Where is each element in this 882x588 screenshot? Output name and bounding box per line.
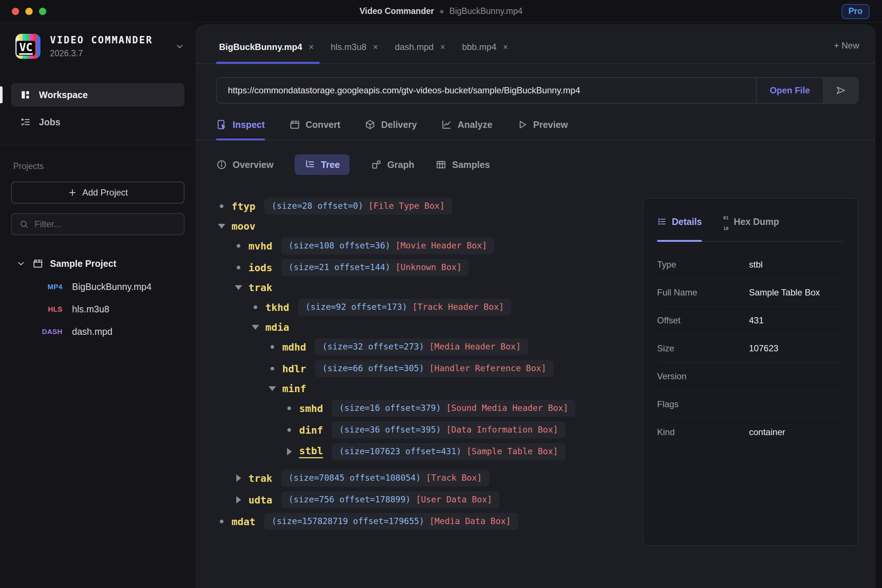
collapse-triangle-icon[interactable] <box>250 325 261 330</box>
box-name[interactable]: moov <box>231 220 255 232</box>
box-name[interactable]: mdat <box>231 516 255 527</box>
tool-tab-analyze[interactable]: Analyze <box>441 119 492 140</box>
close-window-button[interactable] <box>12 8 19 15</box>
chevron-down-icon[interactable] <box>16 259 26 268</box>
close-tab-icon[interactable]: × <box>309 42 314 52</box>
project-file-item[interactable]: HLShls.m3u8 <box>0 298 195 321</box>
box-full-name: [Data Information Box] <box>446 425 558 434</box>
doc-tab-hls.m3u8[interactable]: hls.m3u8× <box>328 42 384 63</box>
doc-tab-dash.mpd[interactable]: dash.mpd× <box>392 42 451 63</box>
box-name[interactable]: tkhd <box>266 302 289 313</box>
box-name[interactable]: udta <box>248 494 272 506</box>
tree-node-hdlr[interactable]: hdlr(size=66 offset=305)[Handler Referen… <box>216 360 632 377</box>
filter-input[interactable] <box>34 219 176 230</box>
doc-tab-bbb.mp4[interactable]: bbb.mp4× <box>459 42 514 63</box>
new-tab-button[interactable]: + New <box>834 40 859 63</box>
expand-triangle-icon[interactable] <box>233 474 244 482</box>
tree-node-trak[interactable]: trak(size=70845 offset=108054)[Track Box… <box>216 470 632 487</box>
projects-section-label: Projects <box>13 161 182 171</box>
chevron-down-icon[interactable] <box>175 42 184 51</box>
collapse-triangle-icon[interactable] <box>233 285 244 290</box>
tool-tab-delivery[interactable]: Delivery <box>364 119 417 140</box>
project-file-item[interactable]: MP4BigBuckBunny.mp4 <box>0 276 195 298</box>
collapse-triangle-icon[interactable] <box>267 386 278 391</box>
brand-row[interactable]: VC VIDEO COMMANDER 2026.3.7 <box>0 23 195 68</box>
tree-node-mdat[interactable]: mdat(size=157828719 offset=179655)[Media… <box>216 513 632 530</box>
sidebar-item-jobs[interactable]: Jobs <box>11 110 184 134</box>
tree-node-udta[interactable]: udta(size=756 offset=178899)[User Data B… <box>216 491 632 508</box>
box-name[interactable]: stbl <box>299 445 323 458</box>
box-name[interactable]: smhd <box>299 403 323 414</box>
sidebar-divider <box>0 145 195 145</box>
file-name: hls.m3u8 <box>72 304 109 315</box>
expand-triangle-icon[interactable] <box>284 448 295 455</box>
box-name[interactable]: ftyp <box>231 201 255 212</box>
tool-tab-inspect[interactable]: Inspect <box>216 119 265 140</box>
sidebar-item-workspace[interactable]: Workspace <box>11 83 184 106</box>
box-name[interactable]: mdhd <box>282 341 306 353</box>
box-name[interactable]: trak <box>248 282 272 293</box>
tree-node-mvhd[interactable]: mvhd(size=108 offset=36)[Movie Header Bo… <box>216 237 632 254</box>
close-tab-icon[interactable]: × <box>440 42 445 52</box>
doc-tab-label: dash.mpd <box>395 42 434 52</box>
delivery-icon <box>364 119 376 130</box>
tree-node-trak[interactable]: trak <box>216 281 632 294</box>
tool-tab-preview[interactable]: Preview <box>517 119 568 140</box>
open-file-button[interactable]: Open File <box>756 78 823 103</box>
tool-tab-convert[interactable]: Convert <box>289 119 340 140</box>
box-name[interactable]: trak <box>248 472 272 484</box>
box-size-offset: (size=70845 offset=108054) <box>288 473 421 483</box>
view-tab-tree[interactable]: Tree <box>295 154 349 175</box>
leaf-bullet-icon <box>284 406 295 410</box>
details-icon <box>657 217 667 226</box>
box-name[interactable]: iods <box>248 262 272 273</box>
tree-node-smhd[interactable]: smhd(size=16 offset=379)[Sound Media Hea… <box>216 400 632 417</box>
tree-node-minf[interactable]: minf <box>216 382 632 395</box>
view-tab-graph[interactable]: Graph <box>371 159 414 170</box>
filter-box <box>11 213 184 235</box>
view-tab-samples[interactable]: Samples <box>435 159 490 170</box>
details-row-offset: Offset431 <box>657 306 844 334</box>
submit-url-button[interactable] <box>823 78 858 103</box>
tree-node-mdia[interactable]: mdia <box>216 321 632 334</box>
brand-text: VIDEO COMMANDER 2026.3.7 <box>50 34 153 58</box>
close-tab-icon[interactable]: × <box>503 42 508 52</box>
details-tab-hex-dump[interactable]: 0110Hex Dump <box>723 211 779 241</box>
tree-node-ftyp[interactable]: ftyp(size=28 offset=0)[File Type Box] <box>216 198 632 214</box>
close-tab-icon[interactable]: × <box>373 42 378 52</box>
tree-node-mdhd[interactable]: mdhd(size=32 offset=273)[Media Header Bo… <box>216 339 632 356</box>
tree-node-iods[interactable]: iods(size=21 offset=144)[Unknown Box] <box>216 259 632 276</box>
box-name[interactable]: dinf <box>299 424 323 436</box>
details-row-kind: Kindcontainer <box>657 418 844 446</box>
samples-icon <box>435 159 447 170</box>
box-full-name: [Sound Media Header Box] <box>446 403 568 413</box>
view-tab-overview[interactable]: Overview <box>216 159 273 170</box>
details-panel: Details0110Hex Dump TypestblFull NameSam… <box>642 198 858 546</box>
box-name[interactable]: minf <box>282 383 306 394</box>
details-tabs: Details0110Hex Dump <box>657 211 844 242</box>
collapse-triangle-icon[interactable] <box>216 224 227 229</box>
file-format-badge: HLS <box>26 305 63 314</box>
minimize-window-button[interactable] <box>26 8 33 15</box>
box-name[interactable]: hdlr <box>282 363 306 375</box>
tree-node-dinf[interactable]: dinf(size=36 offset=395)[Data Informatio… <box>216 422 632 438</box>
box-full-name: [File Type Box] <box>368 201 445 211</box>
box-name[interactable]: mdia <box>266 322 289 333</box>
project-file-item[interactable]: DASHdash.mpd <box>0 321 195 343</box>
add-project-button[interactable]: Add Project <box>11 182 184 204</box>
box-full-name: [Track Header Box] <box>412 302 504 312</box>
box-size-offset: (size=157828719 offset=179655) <box>272 516 424 526</box>
details-value: container <box>749 427 844 437</box>
expand-triangle-icon[interactable] <box>233 496 244 504</box>
tree-node-tkhd[interactable]: tkhd(size=92 offset=173)[Track Header Bo… <box>216 299 632 316</box>
box-name[interactable]: mvhd <box>248 240 272 252</box>
plus-icon <box>68 188 77 197</box>
zoom-window-button[interactable] <box>39 8 46 15</box>
tree-node-moov[interactable]: moov <box>216 219 632 232</box>
doc-tab-BigBuckBunny.mp4[interactable]: BigBuckBunny.mp4× <box>216 42 320 63</box>
url-input[interactable] <box>228 85 745 96</box>
project-tree-header[interactable]: Sample Project <box>16 258 184 269</box>
details-tab-details[interactable]: Details <box>657 211 702 241</box>
box-size-offset: (size=28 offset=0) <box>272 201 363 211</box>
tree-node-stbl[interactable]: stbl(size=107623 offset=431)[Sample Tabl… <box>216 443 632 460</box>
